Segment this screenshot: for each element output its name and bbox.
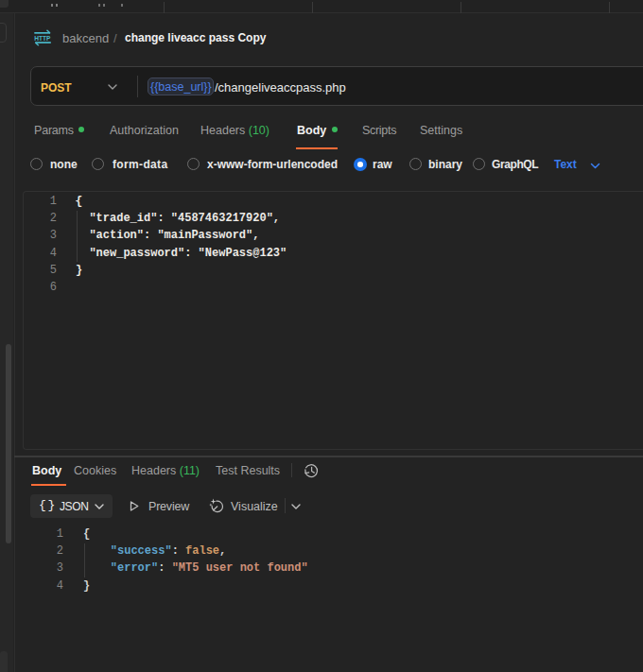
svg-text:HTTP: HTTP: [34, 34, 50, 43]
